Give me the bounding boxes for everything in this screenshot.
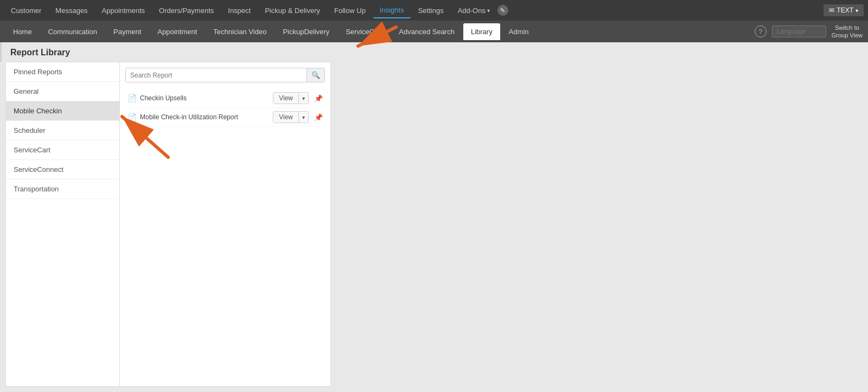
top-nav-customer[interactable]: Customer [4, 3, 48, 18]
top-nav-appointments[interactable]: Appointments [95, 3, 152, 18]
document-icon: 📄 [127, 113, 137, 121]
document-icon: 📄 [127, 94, 137, 102]
sidebar: Pinned Reports General Mobile Checkin Sc… [5, 62, 119, 387]
view-button[interactable]: View [273, 93, 299, 104]
view-button[interactable]: View [273, 112, 299, 123]
view-dropdown-button[interactable]: ▾ [299, 94, 308, 103]
top-nav-addons[interactable]: Add-Ons ▾ [451, 3, 496, 18]
top-nav-settings[interactable]: Settings [412, 3, 450, 18]
view-btn-group: View ▾ [273, 111, 309, 123]
top-navigation: Customer Messages Appointments Orders/Pa… [0, 0, 868, 21]
second-navigation: Home Communication Payment Appointment T… [0, 21, 868, 42]
pencil-button[interactable]: ✎ [497, 5, 508, 16]
top-nav-insights[interactable]: Insights [373, 3, 411, 18]
search-container: 🔍 [125, 68, 325, 82]
language-input[interactable] [772, 25, 826, 37]
second-nav-payment[interactable]: Payment [106, 23, 149, 40]
second-nav-appointment[interactable]: Appointment [150, 23, 205, 40]
reports-panel: 🔍 📄 Checkin Upsells View ▾ 📌 📄 Mobile Ch… [119, 62, 331, 387]
second-nav-admin[interactable]: Admin [501, 23, 537, 40]
second-nav-right: ? Switch to Group View [755, 24, 863, 40]
content-area: Pinned Reports General Mobile Checkin Sc… [0, 62, 868, 392]
text-button[interactable]: ✉ TEXT ▾ [824, 4, 864, 16]
top-nav-messages[interactable]: Messages [49, 3, 94, 18]
sidebar-item-mobilecheckin[interactable]: Mobile Checkin [6, 101, 119, 121]
sidebar-item-transportation[interactable]: Transportation [6, 179, 119, 199]
chevron-down-icon-text: ▾ [856, 8, 858, 14]
help-button[interactable]: ? [755, 25, 767, 37]
switch-group-button[interactable]: Switch to Group View [832, 24, 863, 40]
second-nav-advancedsearch[interactable]: Advanced Search [391, 23, 462, 40]
view-dropdown-button[interactable]: ▾ [299, 113, 308, 122]
pin-icon[interactable]: 📌 [314, 113, 323, 121]
main-content: Report Library Pinned Reports General Mo… [0, 42, 868, 392]
second-nav-library[interactable]: Library [463, 23, 500, 40]
second-nav-pickupdelivery[interactable]: PickupDelivery [275, 23, 337, 40]
top-nav-orders[interactable]: Orders/Payments [152, 3, 220, 18]
sidebar-item-servicecart[interactable]: ServiceCart [6, 140, 119, 160]
search-button[interactable]: 🔍 [307, 68, 324, 82]
top-nav-followup[interactable]: Follow Up [328, 3, 372, 18]
chevron-down-icon: ▾ [487, 8, 490, 14]
top-nav-inspect[interactable]: Inspect [221, 3, 257, 18]
sidebar-item-pinned[interactable]: Pinned Reports [6, 62, 119, 82]
sidebar-item-scheduler[interactable]: Scheduler [6, 121, 119, 140]
search-input[interactable] [126, 69, 307, 82]
sidebar-item-serviceconnect[interactable]: ServiceConnect [6, 160, 119, 179]
second-nav-communication[interactable]: Communication [41, 23, 105, 40]
report-name: Mobile Check-in Utilization Report [140, 113, 270, 121]
sidebar-item-general[interactable]: General [6, 82, 119, 101]
second-nav-servicecart[interactable]: ServiceCart [338, 23, 390, 40]
top-nav-right: ✉ TEXT ▾ [824, 4, 864, 16]
report-row: 📄 Mobile Check-in Utilization Report Vie… [125, 108, 325, 127]
message-icon: ✉ [829, 7, 834, 14]
report-row: 📄 Checkin Upsells View ▾ 📌 [125, 89, 325, 108]
page-title: Report Library [0, 42, 868, 62]
second-nav-technician[interactable]: Technician Video [206, 23, 274, 40]
second-nav-home[interactable]: Home [5, 23, 40, 40]
top-nav-pickup[interactable]: Pickup & Delivery [258, 3, 327, 18]
pin-icon[interactable]: 📌 [314, 94, 323, 102]
report-name: Checkin Upsells [140, 94, 270, 102]
view-btn-group: View ▾ [273, 92, 309, 104]
